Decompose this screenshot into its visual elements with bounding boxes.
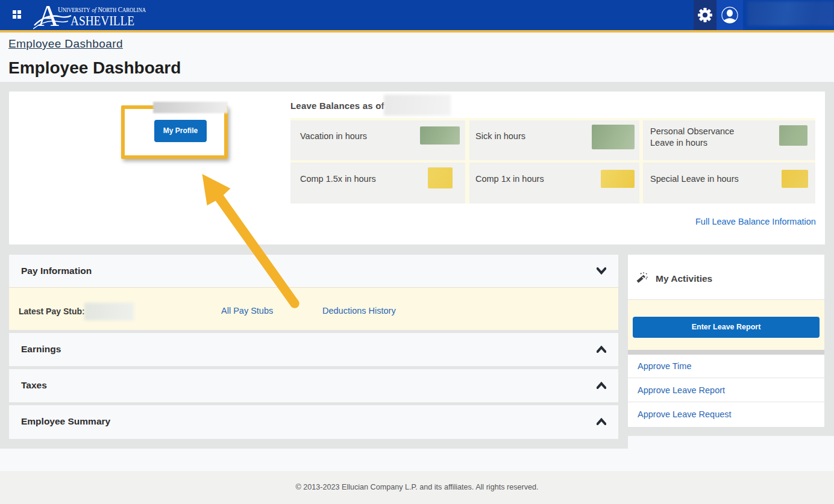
svg-text:ASHEVILLE: ASHEVILLE: [71, 13, 134, 28]
